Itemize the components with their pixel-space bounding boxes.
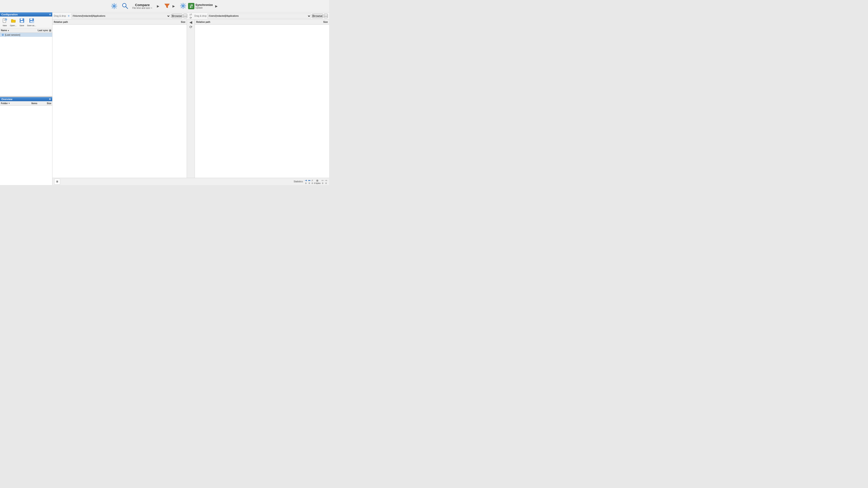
overview-panel: Overview ✕ Folder ▼ Items Size [0,97,52,185]
swap-button[interactable]: ⟳ [190,16,192,20]
svg-rect-6 [188,3,194,9]
stat-item-arrows-right: ⇒ 0 [325,179,327,184]
sidebar: Configuration ✕ New [0,12,53,185]
stat-left-value: 0 [309,182,310,184]
overview-close-button[interactable]: ✕ [49,98,51,101]
swap-controls: ⇄ ⟳ [188,13,193,20]
stat-arrows-right-value: 0 [326,182,327,184]
left-size-header: Size [167,21,185,23]
right-path-select[interactable]: /Users/[redacted]/Applications [208,13,311,19]
config-column-headers: Name ▲ Last sync ⊞ [0,28,52,33]
left-clear-button[interactable]: — [183,14,187,18]
stat-arrows-left-icon: ⇐ [321,179,324,182]
overview-title: Overview [1,98,12,101]
statistics-area: Statistics: ➜ 0 ⬅ 0 ≠ [293,179,327,184]
sidebar-toolbar: New Open... [0,17,52,28]
svg-rect-16 [22,19,23,20]
compare-section: Compare File time and size ✏ ▶ [121,2,160,10]
right-size-header: Size [310,21,328,23]
right-file-list [195,25,329,178]
filter-chevron[interactable]: ▶ [172,4,176,8]
log-button[interactable]: ≡ [54,179,60,185]
right-clear-button[interactable]: — [324,14,328,18]
stat-item-bytes: ◉ 0 bytes [314,179,320,184]
open-config-button[interactable]: Open... [9,18,18,27]
sync-chevron[interactable]: ▶ [214,4,219,8]
compare-chevron[interactable]: ▶ [156,4,160,8]
filter-button[interactable] [164,3,170,9]
right-browse-button[interactable]: Browse [312,14,323,18]
stat-arrows-right-icon: ⇒ [325,179,327,182]
left-browse-button[interactable]: Browse [171,14,182,18]
left-file-panel-header: Relative path Size [53,20,187,25]
save-config-button[interactable]: Save [19,18,25,27]
log-icon: ≡ [56,180,58,184]
synchronize-button[interactable]: Synchronize Update [188,3,213,9]
right-panel: Drag & drop ＋ /Volumes/[redacted]/Applic… [53,12,329,185]
compare-icon-button[interactable] [121,2,129,10]
sync-section: Synchronize Update ▶ [180,2,218,10]
stat-bytes-icon: ◉ [316,179,318,182]
new-icon [2,18,7,24]
left-add-folder-icon[interactable]: ＋ [67,13,70,18]
sync-gear-icon [180,2,187,9]
compare-button[interactable]: Compare File time and size ✏ [130,2,154,10]
svg-point-5 [182,5,184,6]
stat-right-value: 0 [305,182,307,184]
left-drag-drop-label: Drag & drop [54,15,66,17]
last-sync-column-header: Last sync [32,29,48,32]
name-column-header: Name ▲ [1,29,32,32]
panel-swap-left-icon[interactable]: ◀ [189,20,192,24]
overview-list [0,106,52,185]
svg-line-3 [126,6,128,8]
list-item[interactable]: 🖥 [Last session] [0,33,52,37]
right-path-bar: Drag & drop /Users/[redacted]/Applicatio… [193,13,329,19]
stat-diff-value: 0 [312,182,313,184]
stat-diff-icon: ≠ [311,179,313,182]
overview-header: Overview ✕ [0,97,52,101]
stat-item-left: ⬅ 0 [308,179,311,184]
open-label: Open... [10,24,17,27]
panel-swap-right-icon[interactable]: ⟳ [189,25,192,29]
left-path-bar: Drag & drop ＋ /Volumes/[redacted]/Applic… [53,13,188,19]
right-drag-drop-label: Drag & drop [194,15,207,17]
overview-column-headers: Folder ▼ Items Size [0,101,52,106]
sync-arrows-icon [188,3,194,9]
stat-item-arrows-left: ⇐ 0 [321,179,324,184]
right-relative-path-header: Relative path [196,21,310,23]
left-path-select[interactable]: /Volumes/[redacted]/Applications [71,13,170,19]
save-label: Save [20,24,24,27]
statistics-label: Statistics: [293,180,303,183]
main-content: Configuration ✕ New [0,12,329,185]
svg-rect-15 [21,21,23,22]
compare-title: Compare [135,3,150,7]
items-column-header: Items [29,102,40,105]
new-config-button[interactable]: New [1,18,8,27]
open-icon [11,18,16,24]
folder-column-header: Folder ▼ [1,102,29,105]
size-column-header: Size [40,102,51,105]
save-icon [20,18,24,24]
left-file-list [53,25,187,178]
stats-icons: ➜ 0 ⬅ 0 ≠ 0 ◉ 0 b [305,179,327,184]
save-as-config-button[interactable]: Save as... [26,18,37,27]
compare-area: Relative path Size ◀ ⟳ Relative path Siz… [53,20,329,178]
save-as-icon [29,18,34,24]
stat-left-icon: ⬅ [308,179,311,182]
session-icon: 🖥 [1,33,4,36]
save-as-label: Save as... [27,24,36,27]
right-file-panel: Relative path Size [195,20,329,178]
center-toolbar: Compare File time and size ✏ ▶ ▶ [2,2,327,10]
stat-arrows-left-value: 0 [322,182,323,184]
stat-item-right: ➜ 0 [305,179,307,184]
sidebar-close-button[interactable]: ✕ [49,13,51,16]
gear-icon [111,2,118,10]
bottom-bar: ≡ Statistics: ➜ 0 ⬅ 0 [53,178,329,185]
sync-label: Synchronize Update [195,3,213,9]
drag-drop-left-icon: ⇄ [189,13,192,16]
settings-button[interactable] [111,2,118,10]
stat-item-diff: ≠ 0 [311,179,313,184]
config-options-button[interactable]: ⊞ [48,29,51,32]
filter-icon [164,3,170,9]
sync-settings-button[interactable] [180,2,187,10]
